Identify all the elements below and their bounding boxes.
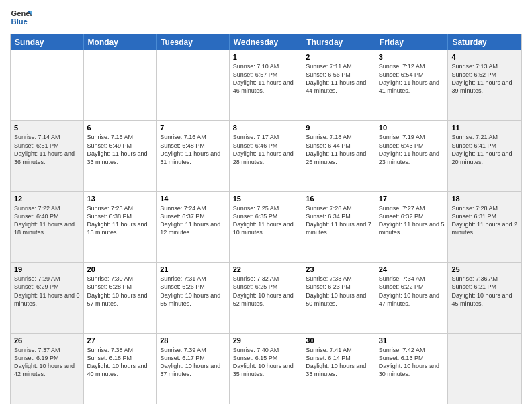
day-info: Sunrise: 7:18 AM Sunset: 6:44 PM Dayligh…	[306, 133, 371, 166]
day-info: Sunrise: 7:12 AM Sunset: 6:54 PM Dayligh…	[379, 62, 445, 95]
day-info: Sunrise: 7:14 AM Sunset: 6:51 PM Dayligh…	[14, 133, 80, 166]
day-info: Sunrise: 7:38 AM Sunset: 6:18 PM Dayligh…	[87, 346, 153, 379]
day-cell-4: 4Sunrise: 7:13 AM Sunset: 6:52 PM Daylig…	[448, 50, 521, 120]
day-number: 22	[233, 265, 299, 273]
calendar-body: 1Sunrise: 7:10 AM Sunset: 6:57 PM Daylig…	[11, 50, 521, 404]
day-cell-25: 25Sunrise: 7:36 AM Sunset: 6:21 PM Dayli…	[448, 263, 521, 332]
day-info: Sunrise: 7:17 AM Sunset: 6:46 PM Dayligh…	[233, 133, 299, 166]
day-header-wednesday: Wednesday	[230, 34, 303, 50]
calendar: SundayMondayTuesdayWednesdayThursdayFrid…	[10, 34, 522, 404]
day-info: Sunrise: 7:40 AM Sunset: 6:15 PM Dayligh…	[233, 346, 299, 379]
day-number: 25	[451, 265, 518, 273]
day-cell-19: 19Sunrise: 7:29 AM Sunset: 6:29 PM Dayli…	[11, 263, 84, 332]
day-number: 5	[14, 124, 80, 132]
day-cell-20: 20Sunrise: 7:30 AM Sunset: 6:28 PM Dayli…	[84, 263, 157, 332]
day-cell-17: 17Sunrise: 7:27 AM Sunset: 6:32 PM Dayli…	[375, 192, 449, 262]
day-number: 23	[306, 265, 371, 273]
week-row-3: 12Sunrise: 7:22 AM Sunset: 6:40 PM Dayli…	[11, 192, 521, 263]
day-header-saturday: Saturday	[448, 34, 521, 50]
day-number: 13	[87, 195, 153, 203]
day-info: Sunrise: 7:15 AM Sunset: 6:49 PM Dayligh…	[87, 133, 153, 166]
day-info: Sunrise: 7:36 AM Sunset: 6:21 PM Dayligh…	[451, 275, 518, 308]
week-row-1: 1Sunrise: 7:10 AM Sunset: 6:57 PM Daylig…	[11, 50, 521, 121]
day-cell-28: 28Sunrise: 7:39 AM Sunset: 6:17 PM Dayli…	[157, 334, 230, 404]
day-number: 3	[379, 53, 445, 61]
day-info: Sunrise: 7:32 AM Sunset: 6:25 PM Dayligh…	[233, 275, 299, 308]
day-cell-8: 8Sunrise: 7:17 AM Sunset: 6:46 PM Daylig…	[230, 121, 303, 191]
day-number: 9	[306, 124, 371, 132]
day-number: 16	[306, 195, 371, 203]
day-number: 18	[451, 195, 518, 203]
day-cell-1: 1Sunrise: 7:10 AM Sunset: 6:57 PM Daylig…	[230, 50, 303, 120]
day-cell-14: 14Sunrise: 7:24 AM Sunset: 6:37 PM Dayli…	[157, 192, 230, 262]
day-info: Sunrise: 7:31 AM Sunset: 6:26 PM Dayligh…	[160, 275, 226, 308]
day-info: Sunrise: 7:25 AM Sunset: 6:35 PM Dayligh…	[233, 204, 299, 237]
empty-cell	[84, 50, 157, 120]
logo: General Blue	[10, 7, 32, 28]
day-info: Sunrise: 7:33 AM Sunset: 6:23 PM Dayligh…	[306, 275, 371, 308]
day-number: 26	[14, 336, 80, 345]
day-info: Sunrise: 7:16 AM Sunset: 6:48 PM Dayligh…	[160, 133, 226, 166]
day-number: 6	[87, 124, 153, 132]
day-cell-15: 15Sunrise: 7:25 AM Sunset: 6:35 PM Dayli…	[230, 192, 303, 262]
day-number: 28	[160, 336, 226, 345]
day-info: Sunrise: 7:28 AM Sunset: 6:31 PM Dayligh…	[451, 204, 518, 237]
day-info: Sunrise: 7:11 AM Sunset: 6:56 PM Dayligh…	[306, 62, 371, 95]
day-number: 31	[379, 336, 445, 345]
day-number: 10	[379, 124, 445, 132]
day-cell-31: 31Sunrise: 7:42 AM Sunset: 6:13 PM Dayli…	[375, 334, 449, 404]
day-info: Sunrise: 7:39 AM Sunset: 6:17 PM Dayligh…	[160, 346, 226, 379]
day-info: Sunrise: 7:37 AM Sunset: 6:19 PM Dayligh…	[14, 346, 80, 379]
day-cell-6: 6Sunrise: 7:15 AM Sunset: 6:49 PM Daylig…	[84, 121, 157, 191]
day-header-thursday: Thursday	[302, 34, 375, 50]
day-cell-18: 18Sunrise: 7:28 AM Sunset: 6:31 PM Dayli…	[448, 192, 521, 262]
day-info: Sunrise: 7:13 AM Sunset: 6:52 PM Dayligh…	[451, 62, 518, 95]
day-info: Sunrise: 7:21 AM Sunset: 6:41 PM Dayligh…	[451, 133, 518, 166]
day-cell-29: 29Sunrise: 7:40 AM Sunset: 6:15 PM Dayli…	[230, 334, 303, 404]
day-cell-10: 10Sunrise: 7:19 AM Sunset: 6:43 PM Dayli…	[375, 121, 449, 191]
day-info: Sunrise: 7:19 AM Sunset: 6:43 PM Dayligh…	[379, 133, 445, 166]
day-number: 14	[160, 195, 226, 203]
day-cell-2: 2Sunrise: 7:11 AM Sunset: 6:56 PM Daylig…	[302, 50, 375, 120]
day-cell-12: 12Sunrise: 7:22 AM Sunset: 6:40 PM Dayli…	[11, 192, 84, 262]
svg-text:General: General	[11, 9, 32, 17]
empty-cell	[11, 50, 84, 120]
day-info: Sunrise: 7:29 AM Sunset: 6:29 PM Dayligh…	[14, 275, 80, 308]
day-info: Sunrise: 7:24 AM Sunset: 6:37 PM Dayligh…	[160, 204, 226, 237]
day-number: 1	[233, 53, 299, 61]
day-cell-7: 7Sunrise: 7:16 AM Sunset: 6:48 PM Daylig…	[157, 121, 230, 191]
day-number: 7	[160, 124, 226, 132]
day-number: 4	[451, 53, 518, 61]
day-cell-16: 16Sunrise: 7:26 AM Sunset: 6:34 PM Dayli…	[302, 192, 375, 262]
calendar-header: SundayMondayTuesdayWednesdayThursdayFrid…	[11, 34, 521, 50]
day-header-monday: Monday	[84, 34, 157, 50]
day-number: 19	[14, 265, 80, 273]
day-cell-26: 26Sunrise: 7:37 AM Sunset: 6:19 PM Dayli…	[11, 334, 84, 404]
day-number: 12	[14, 195, 80, 203]
day-info: Sunrise: 7:27 AM Sunset: 6:32 PM Dayligh…	[379, 204, 445, 237]
day-number: 11	[451, 124, 518, 132]
day-cell-30: 30Sunrise: 7:41 AM Sunset: 6:14 PM Dayli…	[302, 334, 375, 404]
week-row-2: 5Sunrise: 7:14 AM Sunset: 6:51 PM Daylig…	[11, 121, 521, 191]
page: General Blue SundayMondayTuesdayWednesda…	[0, 0, 532, 411]
day-info: Sunrise: 7:22 AM Sunset: 6:40 PM Dayligh…	[14, 204, 80, 237]
empty-cell	[157, 50, 230, 120]
day-number: 15	[233, 195, 299, 203]
week-row-4: 19Sunrise: 7:29 AM Sunset: 6:29 PM Dayli…	[11, 263, 521, 333]
day-cell-23: 23Sunrise: 7:33 AM Sunset: 6:23 PM Dayli…	[302, 263, 375, 332]
day-header-friday: Friday	[375, 34, 449, 50]
day-cell-11: 11Sunrise: 7:21 AM Sunset: 6:41 PM Dayli…	[448, 121, 521, 191]
day-number: 29	[233, 336, 299, 345]
day-cell-27: 27Sunrise: 7:38 AM Sunset: 6:18 PM Dayli…	[84, 334, 157, 404]
day-info: Sunrise: 7:10 AM Sunset: 6:57 PM Dayligh…	[233, 62, 299, 95]
day-number: 24	[379, 265, 445, 273]
svg-text:Blue: Blue	[11, 17, 28, 26]
day-header-tuesday: Tuesday	[157, 34, 230, 50]
day-cell-21: 21Sunrise: 7:31 AM Sunset: 6:26 PM Dayli…	[157, 263, 230, 332]
day-info: Sunrise: 7:34 AM Sunset: 6:22 PM Dayligh…	[379, 275, 445, 308]
day-cell-3: 3Sunrise: 7:12 AM Sunset: 6:54 PM Daylig…	[375, 50, 449, 120]
day-info: Sunrise: 7:30 AM Sunset: 6:28 PM Dayligh…	[87, 275, 153, 308]
day-info: Sunrise: 7:23 AM Sunset: 6:38 PM Dayligh…	[87, 204, 153, 237]
day-number: 21	[160, 265, 226, 273]
day-cell-9: 9Sunrise: 7:18 AM Sunset: 6:44 PM Daylig…	[302, 121, 375, 191]
